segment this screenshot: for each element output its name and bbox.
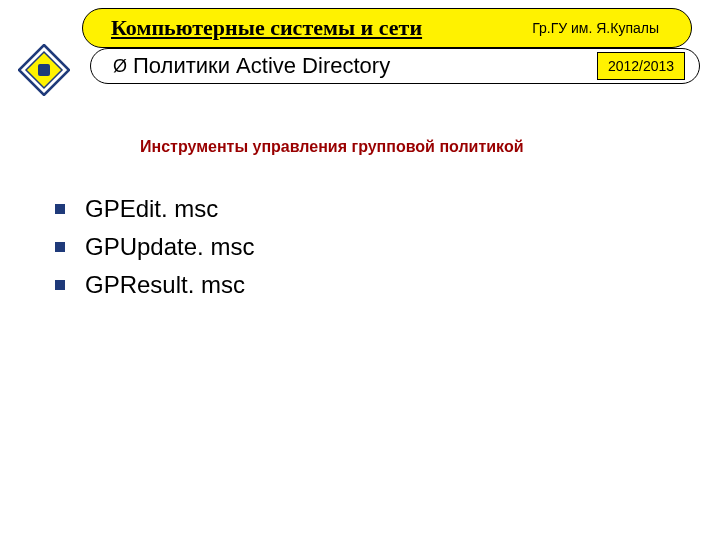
course-title-bar: Компьютерные системы и сети Гр.ГУ им. Я.… [82,8,692,48]
institution-name: Гр.ГУ им. Я.Купалы [532,20,659,36]
section-heading: Инструменты управления групповой политик… [140,138,524,156]
svg-rect-2 [38,64,50,76]
tools-list: GPEdit. msc GPUpdate. msc GPResult. msc [55,195,254,309]
academic-year-badge: 2012/2013 [597,52,685,80]
course-title: Компьютерные системы и сети [111,15,422,41]
square-bullet-icon [55,280,65,290]
tool-name: GPEdit. msc [85,195,218,223]
academic-year: 2012/2013 [608,58,674,74]
logo-diamond-icon [18,44,70,96]
subtopic-bar: Ø Политики Active Directory 2012/2013 [90,48,700,84]
subtopic-title: Политики Active Directory [133,53,390,79]
arrow-bullet-icon: Ø [113,56,127,77]
list-item: GPUpdate. msc [55,233,254,261]
square-bullet-icon [55,242,65,252]
tool-name: GPUpdate. msc [85,233,254,261]
list-item: GPResult. msc [55,271,254,299]
list-item: GPEdit. msc [55,195,254,223]
institution-logo [18,44,70,96]
square-bullet-icon [55,204,65,214]
tool-name: GPResult. msc [85,271,245,299]
